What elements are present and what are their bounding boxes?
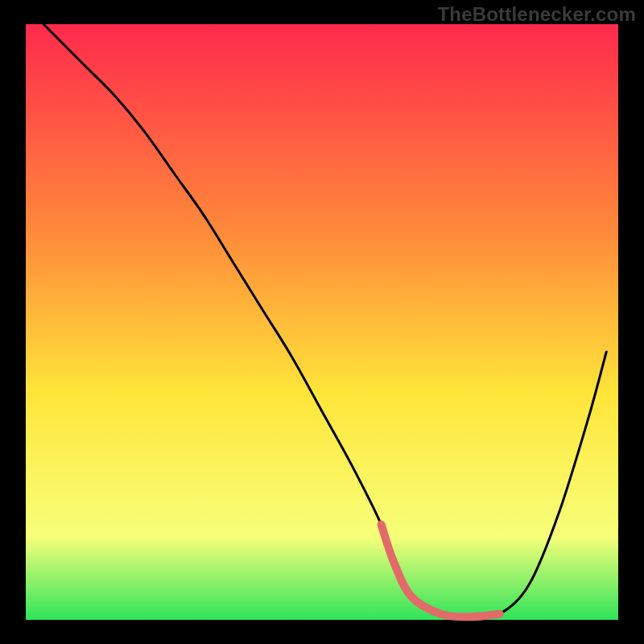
plot-area	[26, 24, 618, 620]
bottleneck-chart	[0, 0, 644, 644]
chart-frame: TheBottlenecker.com	[0, 0, 644, 644]
watermark-text: TheBottlenecker.com	[437, 3, 636, 26]
